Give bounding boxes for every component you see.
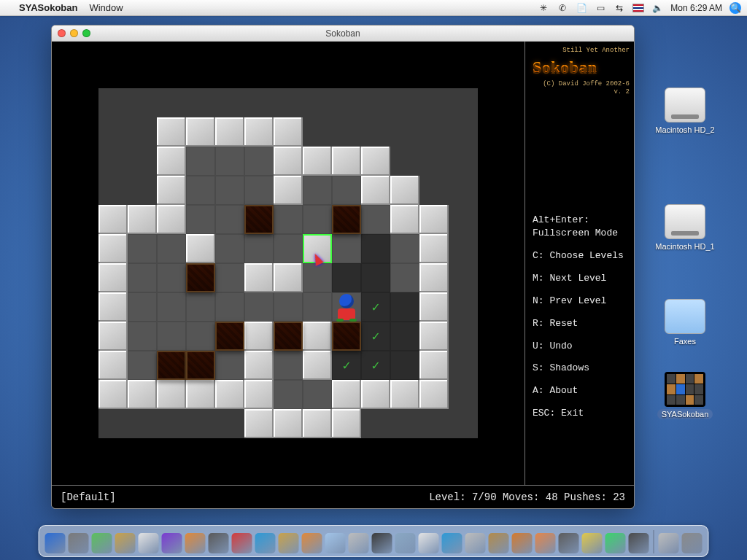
wall-tile — [274, 176, 303, 205]
dock-app-4[interactable] — [139, 533, 159, 553]
window-titlebar[interactable]: Sokoban — [52, 26, 634, 42]
floor-tile — [303, 176, 332, 205]
tray-icon-script[interactable]: 📄 — [576, 2, 587, 14]
menubar-clock[interactable]: Mon 6:29 AM — [670, 3, 722, 13]
dock-app-11[interactable] — [302, 533, 322, 553]
dock-app-19[interactable] — [489, 533, 509, 553]
wall-tile — [157, 147, 186, 176]
floor-tile — [215, 351, 244, 380]
status-right: Level: 7/90 Moves: 48 Pushes: 23 — [429, 491, 625, 503]
dock-separator — [654, 530, 654, 553]
level-stage[interactable] — [98, 88, 478, 438]
wall-tile — [244, 380, 274, 409]
dock-app-20[interactable] — [512, 533, 533, 553]
tray-icon-display[interactable]: ▭ — [595, 2, 606, 14]
dark-floor-tile — [332, 263, 361, 292]
dark-floor-tile — [390, 351, 419, 380]
wall-tile — [98, 380, 128, 409]
dock-app-18[interactable] — [465, 533, 486, 553]
dock-app-21[interactable] — [535, 533, 556, 553]
dock-app-0[interactable] — [45, 533, 66, 553]
spotlight-icon[interactable]: 🔍 — [729, 2, 741, 14]
crate — [244, 205, 274, 234]
desktop-icon-hd2[interactable]: Macintosh HD_2 — [652, 88, 718, 134]
tray-icon-sync[interactable]: ⇆ — [614, 2, 625, 14]
dock-app-8[interactable] — [232, 533, 252, 553]
wall-tile — [98, 234, 128, 263]
wall-tile — [361, 380, 390, 409]
wall-tile — [274, 263, 303, 292]
dock-app-7[interactable] — [209, 533, 229, 553]
game-viewport[interactable]: Still Yet Another Sokoban (C) David Joff… — [52, 42, 634, 508]
floor-tile — [215, 176, 244, 205]
dock-app-9[interactable] — [255, 533, 276, 553]
dock-app-6[interactable] — [185, 533, 206, 553]
dock-app-3[interactable] — [115, 533, 136, 553]
close-button[interactable] — [58, 29, 66, 37]
floor-tile — [186, 176, 215, 205]
wall-tile — [274, 117, 303, 147]
menubar-app-name[interactable]: SYASokoban — [19, 2, 77, 13]
copyright-text: (C) David Joffe 2002-6 — [543, 80, 630, 88]
floor-tile — [186, 292, 215, 322]
dock-app-5[interactable] — [162, 533, 182, 553]
logo-subtitle: Still Yet Another — [533, 46, 630, 55]
help-line: ESC: Exit — [533, 407, 630, 421]
macos-menubar: SYASokoban Window ✳︎ ✆ 📄 ▭ ⇆ 🔈 Mon 6:29 … — [0, 0, 747, 16]
help-line: R: Reset — [533, 317, 630, 331]
floor-tile — [157, 292, 186, 322]
dock-right-0[interactable] — [659, 533, 679, 553]
floor-tile — [244, 147, 274, 176]
crate — [332, 322, 361, 351]
desktop-icon-syasokoban[interactable]: SYASokoban — [652, 372, 718, 419]
desktop-icon-hd1[interactable]: Macintosh HD_1 — [652, 204, 718, 251]
wall-tile — [419, 205, 449, 234]
dock-app-1[interactable] — [69, 533, 89, 553]
desktop-icon-faxes[interactable]: Faxes — [652, 299, 718, 346]
floor-tile — [128, 234, 157, 263]
menubar-menu-window[interactable]: Window — [89, 2, 123, 13]
wall-tile — [157, 380, 186, 409]
dock-app-23[interactable] — [582, 533, 603, 553]
dock-app-12[interactable] — [325, 533, 346, 553]
game-statusbar: [Default] Level: 7/90 Moves: 48 Pushes: … — [52, 485, 634, 508]
crate — [186, 263, 215, 292]
dock-app-14[interactable] — [372, 533, 392, 553]
wall-tile — [98, 205, 128, 234]
tray-icon-1[interactable]: ✳︎ — [538, 2, 549, 14]
dock-app-16[interactable] — [419, 533, 439, 553]
minimize-button[interactable] — [70, 29, 78, 37]
dark-floor-tile — [390, 292, 419, 322]
wall-tile — [361, 147, 390, 176]
dark-floor-tile — [390, 322, 419, 351]
dock-app-17[interactable] — [442, 533, 462, 553]
dock[interactable] — [39, 525, 709, 557]
floor-tile — [274, 234, 303, 263]
floor-tile — [157, 322, 186, 351]
game-logo: Sokoban — [533, 55, 630, 79]
dock-app-24[interactable] — [605, 533, 626, 553]
dock-app-2[interactable] — [92, 533, 112, 553]
dock-app-25[interactable] — [629, 533, 649, 553]
volume-icon[interactable]: 🔈 — [651, 2, 663, 14]
tray-icon-phone[interactable]: ✆ — [557, 2, 568, 14]
goal-tile — [332, 351, 361, 380]
status-left: [Default] — [61, 491, 116, 503]
floor-tile — [332, 176, 361, 205]
floor-tile — [274, 292, 303, 322]
player[interactable] — [332, 292, 361, 322]
floor-tile — [303, 263, 332, 292]
zoom-button[interactable] — [82, 29, 90, 37]
goal-tile — [361, 351, 390, 380]
dock-right-1[interactable] — [682, 533, 703, 553]
dock-app-22[interactable] — [559, 533, 579, 553]
floor-tile — [303, 380, 332, 409]
floor-tile — [303, 292, 332, 322]
dock-app-10[interactable] — [279, 533, 299, 553]
wall-tile — [419, 234, 449, 263]
wall-tile — [419, 263, 449, 292]
flag-icon[interactable] — [632, 2, 644, 14]
dock-app-15[interactable] — [395, 533, 416, 553]
dock-app-13[interactable] — [349, 533, 369, 553]
wall-tile — [274, 147, 303, 176]
